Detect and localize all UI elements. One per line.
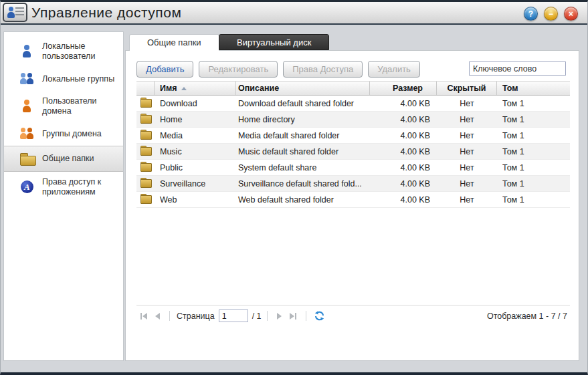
refresh-button[interactable] xyxy=(312,311,327,321)
cell-size: 4.00 KB xyxy=(370,163,437,172)
column-header-hidden[interactable]: Скрытый xyxy=(437,82,497,95)
cell-size: 4.00 KB xyxy=(370,179,437,189)
access-rights-button[interactable]: Права Доступа xyxy=(283,61,363,78)
table-row[interactable]: Home Home directory 4.00 KB Нет Том 1 xyxy=(136,112,570,128)
separator xyxy=(306,311,306,321)
tab-shared-folders[interactable]: Общие папки xyxy=(129,34,219,51)
users-orange-icon xyxy=(20,127,35,140)
table-row[interactable]: Web Web default shared folder 4.00 KB Не… xyxy=(136,192,570,208)
sidebar-item-0[interactable]: Локальные пользователи xyxy=(4,36,123,67)
cell-hidden: Нет xyxy=(437,179,497,189)
sidebar-item-label: Общие папки xyxy=(42,154,94,164)
sidebar-item-1[interactable]: Локальные группы xyxy=(4,67,123,91)
app-privileges-icon xyxy=(20,180,35,194)
sidebar-item-label: Пользователи домена xyxy=(42,96,118,116)
keyword-search-input[interactable] xyxy=(469,61,566,76)
cell-size: 4.00 KB xyxy=(370,195,437,205)
prev-page-button[interactable] xyxy=(151,310,164,322)
cell-description: Music default shared folder xyxy=(236,147,370,156)
table-row[interactable]: Media Media default shared folder 4.00 K… xyxy=(136,128,570,144)
close-button[interactable]: × xyxy=(564,7,578,21)
cell-size: 4.00 KB xyxy=(370,131,437,140)
cell-volume: Том 1 xyxy=(497,115,570,124)
cell-name: Web xyxy=(155,195,236,205)
tab-virtual-disk[interactable]: Виртуальный диск xyxy=(219,34,329,50)
folder-icon xyxy=(140,131,151,140)
sidebar-item-2[interactable]: Пользователи домена xyxy=(4,91,123,122)
folder-icon xyxy=(140,115,151,124)
sidebar-item-label: Права доступ к приложениям xyxy=(42,177,118,197)
table-row[interactable]: Public System default share 4.00 KB Нет … xyxy=(136,160,570,176)
page-label: Страница xyxy=(177,311,215,321)
window-controls: ? − × xyxy=(524,7,578,21)
minimize-button[interactable]: − xyxy=(544,7,558,21)
delete-button[interactable]: Удалить xyxy=(368,61,420,78)
help-button[interactable]: ? xyxy=(524,7,538,21)
add-button[interactable]: Добавить xyxy=(136,61,193,78)
access-management-window: Управление доступом ? − × Локальные поль… xyxy=(0,0,588,375)
folder-icon xyxy=(140,179,151,188)
sidebar: Локальные пользователи Локальные группы … xyxy=(3,31,124,361)
last-page-button[interactable] xyxy=(286,310,300,322)
cell-name: Public xyxy=(155,163,236,172)
column-header-icon[interactable] xyxy=(136,82,155,95)
folder-icon xyxy=(140,147,151,156)
cell-volume: Том 1 xyxy=(497,195,570,205)
cell-description: Surveillance default shared fold... xyxy=(236,179,370,189)
column-header-name[interactable]: Имя xyxy=(155,82,236,95)
first-page-button[interactable] xyxy=(136,310,151,322)
cell-hidden: Нет xyxy=(437,163,497,172)
refresh-icon xyxy=(314,311,324,321)
cell-description: Download default shared folder xyxy=(236,99,370,108)
display-info: Отображаем 1 - 7 / 7 xyxy=(487,311,570,321)
shared-folders-panel: Добавить Редактировать Права Доступа Уда… xyxy=(125,50,579,361)
page-input[interactable] xyxy=(219,309,248,322)
sidebar-item-4[interactable]: Общие папки xyxy=(4,146,123,172)
cell-size: 4.00 KB xyxy=(370,115,437,124)
table-row[interactable]: Download Download default shared folder … xyxy=(136,96,570,112)
folder-icon xyxy=(140,163,151,172)
user-orange-icon xyxy=(20,100,35,113)
column-header-volume[interactable]: Том xyxy=(497,82,570,95)
next-page-button[interactable] xyxy=(273,310,286,322)
cell-description: Media default shared folder xyxy=(236,131,370,140)
cell-volume: Том 1 xyxy=(497,179,570,189)
column-header-size[interactable]: Размер xyxy=(370,82,437,95)
cell-volume: Том 1 xyxy=(497,163,570,172)
list-lines-icon xyxy=(15,7,24,17)
cell-description: Home directory xyxy=(236,115,370,124)
table-header: Имя Описание Размер Скрытый Том xyxy=(136,81,570,96)
cell-name: Home xyxy=(155,115,236,124)
folder-icon xyxy=(20,152,35,165)
access-management-icon xyxy=(3,3,27,22)
column-header-description[interactable]: Описание xyxy=(236,82,370,95)
cell-description: System default share xyxy=(236,163,370,172)
table-row[interactable]: Surveillance Surveillance default shared… xyxy=(136,176,570,192)
sort-ascending-icon xyxy=(181,87,187,90)
cell-hidden: Нет xyxy=(437,131,497,140)
cell-name: Music xyxy=(155,147,236,156)
cell-hidden: Нет xyxy=(437,115,497,124)
cell-name: Surveillance xyxy=(155,179,236,189)
folder-icon xyxy=(140,99,151,108)
sidebar-item-5[interactable]: Права доступ к приложениям xyxy=(4,172,123,203)
users-blue-icon xyxy=(20,72,35,86)
user-card-icon xyxy=(7,7,15,18)
page-total: / 1 xyxy=(252,311,262,321)
sidebar-item-label: Локальные пользователи xyxy=(42,41,118,61)
folder-icon xyxy=(140,195,151,204)
cell-hidden: Нет xyxy=(437,99,497,108)
edit-button[interactable]: Редактировать xyxy=(199,61,278,78)
cell-description: Web default shared folder xyxy=(236,195,370,205)
cell-size: 4.00 KB xyxy=(370,99,437,108)
cell-name: Media xyxy=(155,131,236,140)
cell-volume: Том 1 xyxy=(497,131,570,140)
cell-name: Download xyxy=(155,99,236,108)
shared-folders-table: Имя Описание Размер Скрытый Том Download… xyxy=(136,81,570,208)
cell-hidden: Нет xyxy=(437,195,497,205)
sidebar-item-3[interactable]: Группы домена xyxy=(4,122,123,146)
cell-hidden: Нет xyxy=(437,147,497,156)
window-title: Управление доступом xyxy=(31,5,181,21)
table-row[interactable]: Music Music default shared folder 4.00 K… xyxy=(136,144,570,160)
user-blue-icon xyxy=(20,45,35,58)
